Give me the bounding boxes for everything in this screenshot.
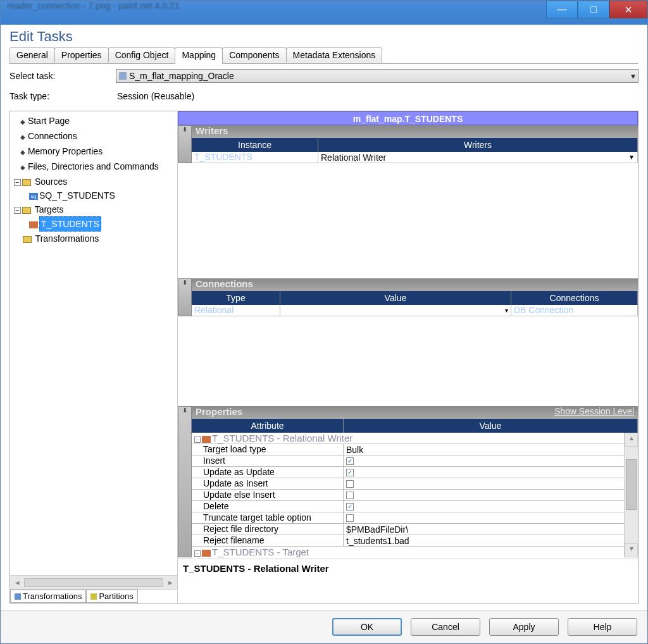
prop-group-relational-writer[interactable]: −T_STUDENTS - Relational Writer [192,433,624,444]
writers-collapse-button[interactable]: ⬍ [178,125,192,163]
property-row[interactable]: Update as Update [192,467,624,478]
property-row[interactable]: Target load typeBulk [192,444,624,455]
checkbox[interactable] [346,480,354,488]
scroll-thumb[interactable] [626,459,637,510]
property-value[interactable]: $PMBadFileDir\ [344,524,624,535]
writers-writer-dropdown[interactable]: Relational Writer▼ [318,152,638,163]
tab-properties[interactable]: Properties [54,47,109,63]
property-value[interactable] [344,490,624,500]
tree-memory-properties[interactable]: ◆ Memory Properties [11,144,176,159]
properties-collapse-button[interactable]: ⬍ [178,406,192,557]
scroll-right-icon[interactable]: ▸ [163,578,177,587]
scroll-left-icon[interactable]: ◂ [10,578,24,587]
cancel-button[interactable]: Cancel [411,618,480,636]
writers-section: ⬍ Writers Instance Writers T_STUDENTS Re… [178,125,638,163]
properties-scrollbar[interactable]: ▴ ▾ [624,433,638,557]
help-button[interactable]: Help [568,618,637,636]
tab-general[interactable]: General [9,47,55,63]
property-value[interactable] [344,512,624,523]
target-icon [29,221,38,228]
tree-start-page[interactable]: ◆ Start Page [11,114,176,129]
property-value[interactable] [344,467,624,478]
property-row[interactable]: Insert [192,455,624,467]
properties-table: −T_STUDENTS - Relational Writer Target l… [192,433,624,557]
property-value[interactable] [344,501,624,512]
property-attribute: Update as Update [192,467,344,478]
task-type-label: Task type: [9,91,116,101]
properties-section: ⬍ Properties Show Session Level Attribut… [178,406,638,557]
tab-components[interactable]: Components [222,47,286,63]
col-writers: Writers [318,138,638,152]
checkbox[interactable] [346,514,354,522]
writers-row[interactable]: T_STUDENTS Relational Writer▼ [192,152,638,163]
connections-row[interactable]: Relational ▾ DB Connection [192,305,638,316]
scroll-down-icon[interactable]: ▾ [625,543,638,557]
property-attribute: Truncate target table option [192,512,344,523]
property-attribute: Insert [192,455,344,466]
col-attribute: Attribute [192,419,344,433]
dropdown-arrow-icon: ▾ [505,307,508,314]
property-attribute: Reject file directory [192,524,344,535]
tree-tab-transformations[interactable]: Transformations [10,590,86,603]
connections-type: Relational [192,305,280,316]
col-value: Value [280,291,511,305]
task-type-row: Task type: Session (Reusable) [9,88,639,104]
ok-button[interactable]: OK [332,618,402,636]
connections-table-header: Type Value Connections [192,291,638,305]
tree-tabs: Transformations Partitions [10,589,177,603]
property-row[interactable]: Delete [192,501,624,512]
property-row[interactable]: Update as Insert [192,478,624,490]
tree-t-students[interactable]: T_STUDENTS [11,216,176,232]
apply-button[interactable]: Apply [489,618,559,636]
property-value[interactable]: t_students1.bad [344,535,624,546]
connections-section: ⬍ Connections Type Value Connections Rel… [178,278,638,316]
tree-pane: ◆ Start Page ◆ Connections ◆ Memory Prop… [10,111,178,603]
mapping-header: m_flat_map.T_STUDENTS [178,111,638,125]
col-instance: Instance [192,138,318,152]
checkbox[interactable] [346,492,354,499]
select-task-dropdown[interactable]: S_m_flat_mapping_Oracle ▾ [116,69,639,83]
scroll-up-icon[interactable]: ▴ [625,433,638,447]
show-session-level-link[interactable]: Show Session Level [551,406,638,419]
window-titlebar: reader_connection - 7.png - paint.net 4.… [1,1,647,25]
writers-instance: T_STUDENTS [192,152,318,163]
connections-value[interactable]: ▾ [280,305,511,316]
property-row[interactable]: Truncate target table option [192,512,624,524]
select-task-value: S_m_flat_mapping_Oracle [129,71,234,81]
tree-tab-partitions[interactable]: Partitions [86,590,137,603]
prop-group-target[interactable]: −T_STUDENTS - Target [192,547,624,557]
right-pane: m_flat_map.T_STUDENTS ⬍ Writers Instance… [178,111,638,603]
property-row[interactable]: Reject file directory$PMBadFileDir\ [192,524,624,535]
tree-targets[interactable]: − Targets [11,202,176,216]
property-value[interactable]: Bulk [344,444,624,455]
tab-strip: General Properties Config Object Mapping… [9,47,639,64]
navigator-tree: ◆ Start Page ◆ Connections ◆ Memory Prop… [10,111,177,575]
tree-sources[interactable]: − Sources [11,175,176,189]
tree-files-directories[interactable]: ◆ Files, Directories and Commands [11,159,176,175]
minimize-button[interactable]: — [546,1,578,18]
checkbox[interactable] [346,503,354,511]
maximize-button[interactable]: □ [578,1,609,18]
spacer [178,164,638,278]
property-attribute: Target load type [192,444,344,455]
tree-connections[interactable]: ◆ Connections [11,129,176,144]
tree-horizontal-scrollbar[interactable]: ◂ ▸ [10,575,177,589]
scroll-track[interactable] [24,578,163,587]
select-task-label: Select task: [9,71,116,81]
partitions-tab-icon [90,593,97,600]
property-value[interactable] [344,478,624,489]
close-button[interactable]: × [609,1,647,18]
tab-mapping[interactable]: Mapping [175,47,223,64]
tab-config-object[interactable]: Config Object [108,47,176,63]
connections-collapse-button[interactable]: ⬍ [178,278,192,316]
property-row[interactable]: Reject filenamet_students1.bad [192,535,624,547]
tree-transformations[interactable]: Transformations [11,232,176,245]
property-value[interactable] [344,455,624,466]
tab-metadata-extensions[interactable]: Metadata Extensions [286,47,383,63]
property-row[interactable]: Update else Insert [192,490,624,501]
dropdown-arrow-icon: ▼ [628,154,635,161]
checkbox[interactable] [346,457,354,465]
col-type: Type [192,291,280,305]
checkbox[interactable] [346,469,354,476]
tree-sq-t-students[interactable]: sqSQ_T_STUDENTS [11,189,176,202]
